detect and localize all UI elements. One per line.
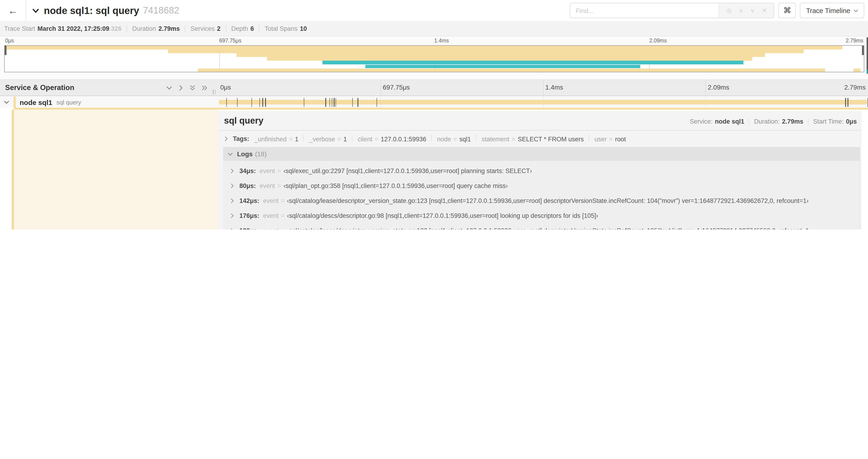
span-detail-name-column-fill: [14, 110, 218, 230]
span-collapse-chevron-icon[interactable]: [4, 99, 9, 105]
logs-count: (18): [255, 150, 267, 158]
tag-separator: [352, 134, 352, 141]
metadata-separator: [259, 25, 259, 32]
start-time-value: 0μs: [846, 118, 857, 125]
collapse-one-icon[interactable]: [166, 85, 172, 91]
expand-one-icon[interactable]: [178, 85, 184, 91]
log-marker-tick: [325, 98, 326, 107]
logs-title: Logs: [237, 150, 253, 158]
tags-expand-chevron-icon[interactable]: [223, 136, 229, 141]
back-arrow-icon: ←: [8, 5, 18, 16]
trace-collapse-chevron-icon[interactable]: [32, 7, 39, 14]
tag-key: user: [594, 136, 607, 143]
ruler-tick-label: 2.09ms: [706, 84, 730, 91]
log-entry-row[interactable]: 34μs:event=‹sql/exec_util.go:2297 [nsql1…: [223, 163, 860, 178]
tag-value: 1: [295, 136, 299, 143]
log-expand-chevron-icon[interactable]: [229, 213, 235, 218]
log-equals: =: [281, 227, 285, 230]
span-color-accent: [13, 97, 16, 108]
log-entry-row[interactable]: 80μs:event=‹sql/plan_opt.go:358 [nsql1,c…: [223, 178, 860, 193]
span-detail-top-bar: [14, 108, 868, 110]
log-timestamp: 80μs:: [239, 182, 256, 189]
metadata-separator: [127, 25, 127, 32]
log-field-value: ‹sql/catalog/descs/descriptor.go:98 [nsq…: [287, 212, 598, 219]
log-equals: =: [277, 182, 281, 189]
log-field-key: event: [263, 197, 279, 204]
log-marker-tick: [335, 98, 336, 107]
log-entry-row[interactable]: 176μs:event=‹sql/catalog/descs/descripto…: [223, 208, 860, 223]
tag-key: statement: [482, 136, 509, 143]
find-group: ◎ ∧ ∨ ✕: [570, 3, 774, 18]
span-row[interactable]: node sql1 sql query: [0, 97, 868, 108]
ruler-tick-label: 1.4ms: [543, 84, 563, 91]
duration-value: 2.79ms: [782, 118, 803, 125]
tag-separator: [589, 134, 589, 141]
log-marker-tick: [251, 98, 252, 107]
log-marker-tick: [259, 98, 260, 107]
collapse-all-icon[interactable]: [189, 85, 195, 91]
metadata-value: 6: [250, 25, 254, 32]
ruler-tick-label: 0μs: [218, 84, 231, 91]
minimap-tick-labels: 0μs697.75μs1.4ms2.09ms2.79ms: [4, 38, 864, 45]
logs-header[interactable]: Logs (18): [223, 147, 860, 161]
scroll-indicator-dark[interactable]: [867, 37, 868, 69]
log-field-key: event: [260, 167, 275, 174]
minimap-span-bar: [365, 65, 640, 68]
log-entry-row[interactable]: 142μs:event=‹sql/catalog/lease/descripto…: [223, 193, 860, 208]
trace-timeline-dropdown[interactable]: Trace Timeline: [800, 3, 864, 18]
log-expand-chevron-icon[interactable]: [229, 198, 235, 203]
span-duration-bar[interactable]: [219, 100, 867, 104]
log-equals: =: [281, 197, 285, 204]
span-row-timeline-cell[interactable]: [218, 97, 868, 108]
scroll-indicator-teal[interactable]: [867, 69, 868, 74]
metadata-item: Services2: [191, 25, 221, 32]
tag-equals: =: [609, 136, 613, 143]
log-expand-chevron-icon[interactable]: [229, 228, 235, 230]
logs-list: 34μs:event=‹sql/exec_util.go:2297 [nsql1…: [223, 161, 860, 230]
log-field-value: ‹sql/catalog/lease/descriptor_version_st…: [287, 227, 811, 230]
ruler-tick-label: 697.75μs: [380, 84, 410, 91]
log-field-value: ‹sql/catalog/lease/descriptor_version_st…: [287, 197, 808, 204]
tag-key: node: [437, 136, 451, 143]
locate-icon[interactable]: ◎: [726, 7, 732, 14]
logs-collapse-chevron-icon[interactable]: [228, 151, 233, 157]
timeline-gridline: [543, 80, 544, 96]
metadata-item: Depth6: [231, 25, 254, 32]
log-marker-tick: [847, 98, 848, 107]
prev-match-icon[interactable]: ∧: [739, 7, 743, 14]
span-row-name-cell[interactable]: node sql1 sql query: [0, 97, 218, 108]
next-match-icon[interactable]: ∨: [750, 7, 754, 14]
minimap-span-bar: [198, 69, 825, 72]
minimap-span-bar: [237, 53, 765, 57]
tag-value: sql1: [459, 136, 471, 143]
clear-search-icon[interactable]: ✕: [762, 7, 767, 14]
log-entry-row[interactable]: 189μs:event=‹sql/catalog/lease/descripto…: [223, 223, 860, 230]
keyboard-shortcuts-button[interactable]: ⌘: [779, 3, 796, 18]
minimap-tick-label: 697.75μs: [219, 38, 242, 43]
minimap-viewport-handle[interactable]: [5, 46, 6, 55]
expand-all-icon[interactable]: [201, 85, 208, 91]
chevron-down-icon: [854, 8, 858, 13]
log-equals: =: [281, 212, 285, 219]
minimap-viewport-handle[interactable]: [862, 46, 864, 55]
log-expand-chevron-icon[interactable]: [229, 183, 235, 188]
back-button[interactable]: ←: [0, 0, 26, 21]
minimap-canvas[interactable]: [4, 45, 864, 72]
tag-key: client: [358, 136, 372, 143]
start-time-label: Start Time:: [813, 118, 844, 125]
collapse-controls: [166, 85, 208, 91]
timeline-gridline: [380, 80, 381, 96]
find-input[interactable]: [570, 3, 719, 18]
log-timestamp: 189μs:: [239, 227, 259, 230]
log-field-value: ‹sql/plan_opt.go:358 [nsql1,client=127.0…: [283, 182, 508, 189]
minimap-span-bar: [854, 69, 860, 72]
log-expand-chevron-icon[interactable]: [229, 168, 235, 173]
metadata-value-suffix: .326: [109, 25, 122, 32]
minimap-span-bar: [5, 46, 842, 50]
tags-row[interactable]: Tags: _unfinished=1_verbose=1client=127.…: [218, 131, 862, 146]
metadata-value: 2: [217, 25, 220, 32]
span-detail-info: Service:node sql1 Duration:2.79ms Start …: [690, 118, 857, 125]
column-resizer-grip[interactable]: [213, 90, 216, 94]
top-bar-controls: ◎ ∧ ∨ ✕ ⌘ Trace Timeline: [570, 3, 868, 18]
log-field-key: event: [260, 182, 275, 189]
